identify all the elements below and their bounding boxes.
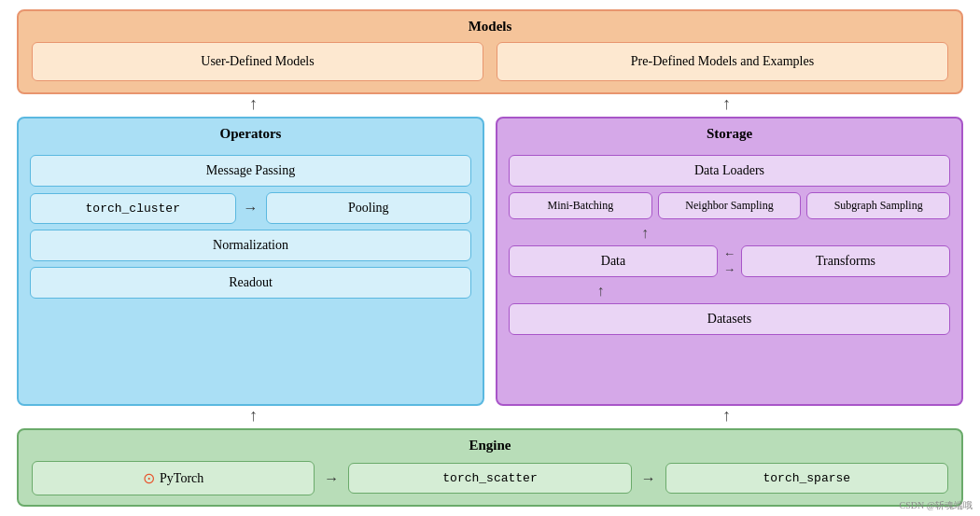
- arrow-engine-to-storage: ↑: [722, 406, 731, 425]
- arrow-storage-to-models: ↑: [722, 94, 731, 114]
- models-layer: Models User-Defined Models Pre-Defined M…: [17, 9, 963, 94]
- operators-title: Operators: [30, 126, 471, 142]
- arrow-datasets-to-data: ↑: [509, 283, 950, 298]
- diagram-container: Models User-Defined Models Pre-Defined M…: [0, 0, 980, 516]
- storage-layer: Storage Data Loaders Mini-Batching Neigh…: [496, 117, 963, 406]
- mini-batching-box: Mini-Batching: [509, 192, 652, 219]
- torch-scatter-box: torch_scatter: [348, 463, 631, 494]
- readout-box: Readout: [30, 267, 471, 299]
- engine-arrow-1: →: [324, 470, 339, 487]
- op-arrow-1: →: [244, 200, 259, 216]
- pytorch-label: PyTorch: [160, 471, 203, 486]
- models-title: Models: [32, 19, 948, 35]
- models-inner: User-Defined Models Pre-Defined Models a…: [32, 42, 948, 81]
- normalization-box: Normalization: [30, 230, 471, 261]
- engine-title: Engine: [32, 438, 948, 453]
- data-transforms-row: Data ← → Transforms: [509, 245, 950, 277]
- watermark: CSDN @斩魂端哦: [900, 499, 973, 512]
- storage-title: Storage: [509, 126, 950, 142]
- torch-cluster-box: torch_cluster: [30, 193, 236, 224]
- pre-defined-models-box: Pre-Defined Models and Examples: [497, 42, 948, 81]
- engine-layer: Engine ⊙ PyTorch → torch_scatter → torch…: [17, 428, 963, 507]
- data-loaders-label: Data Loaders: [509, 155, 950, 187]
- arrow-row-top: ↑ ↑: [17, 94, 963, 113]
- pooling-box: Pooling: [266, 192, 472, 224]
- middle-row: Operators Message Passing torch_cluster …: [17, 117, 963, 406]
- user-defined-models-box: User-Defined Models: [32, 42, 483, 81]
- cluster-pooling-row: torch_cluster → Pooling: [30, 192, 471, 224]
- message-passing-box: Message Passing: [30, 155, 471, 187]
- engine-inner: ⊙ PyTorch → torch_scatter → torch_sparse: [32, 461, 948, 495]
- data-loaders-row: Mini-Batching Neighbor Sampling Subgraph…: [509, 192, 950, 219]
- neighbor-sampling-box: Neighbor Sampling: [658, 192, 802, 219]
- data-transforms-arrows: ← →: [723, 246, 735, 277]
- datasets-box: Datasets: [509, 303, 950, 335]
- transforms-box: Transforms: [741, 245, 950, 277]
- operators-layer: Operators Message Passing torch_cluster …: [17, 117, 484, 406]
- subgraph-sampling-box: Subgraph Sampling: [806, 192, 950, 219]
- torch-sparse-label: torch_sparse: [763, 471, 851, 485]
- pytorch-icon: ⊙: [143, 469, 155, 487]
- torch-sparse-box: torch_sparse: [665, 463, 948, 494]
- arrow-row-bottom: ↑ ↑: [17, 406, 963, 425]
- torch-scatter-label: torch_scatter: [442, 471, 537, 485]
- arrow-engine-to-operators: ↑: [249, 406, 258, 425]
- arrow-data-to-loaders: ↑: [509, 225, 950, 240]
- pytorch-box: ⊙ PyTorch: [32, 461, 315, 495]
- data-box: Data: [509, 245, 718, 277]
- arrow-operators-to-models: ↑: [249, 94, 258, 114]
- engine-arrow-2: →: [641, 470, 656, 487]
